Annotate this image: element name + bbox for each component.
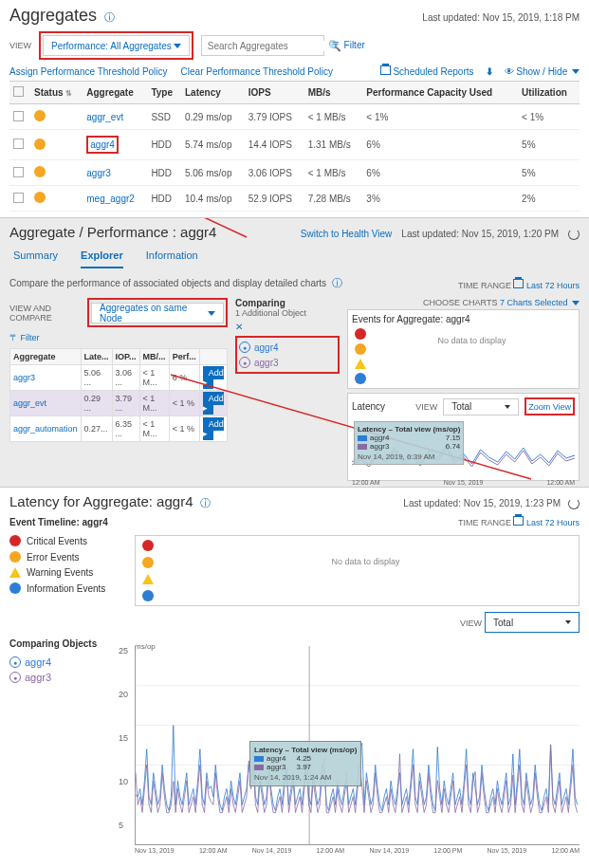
latency-big-chart[interactable]: ms/op 25 20 15 10 5 bbox=[135, 646, 580, 854]
time-range-dropdown[interactable]: Last 72 Hours bbox=[513, 281, 580, 290]
filter-button[interactable]: 〒 Filter bbox=[332, 39, 365, 52]
table-row[interactable]: meg_aggr2 HDD10.4 ms/op52.9 IOPS7.28 MB/… bbox=[9, 186, 580, 212]
status-icon bbox=[34, 192, 46, 203]
status-icon bbox=[34, 139, 46, 150]
column-header[interactable] bbox=[9, 82, 30, 104]
aggregate-link[interactable]: aggr4 bbox=[83, 130, 147, 160]
column-header[interactable]: Type bbox=[147, 82, 181, 104]
add-button[interactable]: Add ▸ bbox=[203, 392, 224, 415]
visibility-icon[interactable]: ● bbox=[239, 357, 250, 368]
add-button[interactable]: Add ▸ bbox=[203, 366, 224, 389]
row-checkbox[interactable] bbox=[13, 111, 24, 121]
table-row[interactable]: aggr35.06 ...3.06 ...< 1 M...6 %Add ▸ bbox=[10, 365, 228, 391]
chart-tooltip: Latency – Total view (ms/op) aggr44.25ag… bbox=[249, 741, 361, 786]
row-checkbox[interactable] bbox=[13, 167, 24, 177]
latency-view-dropdown[interactable]: Total bbox=[443, 398, 519, 416]
help-icon[interactable]: ⓘ bbox=[332, 277, 342, 288]
clear-policy-link[interactable]: Clear Performance Threshold Policy bbox=[181, 66, 333, 77]
column-header[interactable]: MB/s bbox=[304, 82, 363, 104]
comparing-item[interactable]: ●aggr4 bbox=[9, 655, 123, 670]
zoom-view-link[interactable]: Zoom View bbox=[528, 402, 571, 412]
compare-description: Compare the performance of associated ob… bbox=[9, 278, 326, 288]
comparing-panel: Comparing 1 Additional Object ✕ ●aggr4●a… bbox=[235, 298, 340, 374]
choose-charts-dropdown[interactable]: 7 Charts Selected bbox=[500, 298, 580, 307]
view-compare-dropdown[interactable]: Aggregates on same Node bbox=[91, 303, 224, 323]
row-checkbox[interactable] bbox=[13, 139, 24, 149]
table-row[interactable]: aggr_evt SSD0.29 ms/op3.79 IOPS< 1 MB/s<… bbox=[9, 104, 580, 130]
highlight-box: Zoom View bbox=[525, 397, 575, 416]
event-timeline: No data to display bbox=[135, 535, 580, 606]
visibility-icon[interactable]: ● bbox=[239, 342, 250, 353]
time-range-label: TIME RANGE bbox=[458, 518, 511, 527]
aggregate-link[interactable]: aggr_evt bbox=[10, 391, 82, 416]
time-range-label: TIME RANGE bbox=[458, 281, 511, 290]
status-icon bbox=[34, 166, 46, 177]
column-header[interactable]: Perf... bbox=[169, 349, 199, 365]
help-icon[interactable]: ⓘ bbox=[104, 11, 115, 23]
compare-table: AggregateLate...IOP...MB/...Perf... aggr… bbox=[9, 348, 228, 442]
view-label: VIEW bbox=[9, 41, 31, 50]
aggregate-link[interactable]: meg_aggr2 bbox=[83, 186, 147, 212]
table-row[interactable]: aggr_automation0.27...6.35 ...< 1 M...< … bbox=[10, 416, 228, 442]
assign-policy-link[interactable]: Assign Performance Threshold Policy bbox=[9, 66, 168, 77]
column-header[interactable]: Latency bbox=[181, 82, 245, 104]
column-header[interactable]: IOP... bbox=[112, 349, 139, 365]
comparing-item[interactable]: ●aggr4 bbox=[239, 340, 336, 355]
page-title: Aggregates ⓘ bbox=[9, 6, 115, 26]
latency-label: Latency bbox=[352, 401, 385, 412]
tab-information[interactable]: Information bbox=[146, 249, 198, 268]
scheduled-reports-link[interactable]: Scheduled Reports bbox=[380, 65, 474, 77]
comparing-item[interactable]: ●aggr3 bbox=[9, 670, 123, 685]
events-box: Events for Aggregate: aggr4 No data to d… bbox=[347, 309, 580, 389]
column-header[interactable]: Late... bbox=[81, 349, 112, 365]
table-row[interactable]: aggr_evt0.29 ...3.79 ...< 1 M...< 1 %Add… bbox=[10, 391, 228, 416]
column-header[interactable]: Performance Capacity Used bbox=[362, 82, 518, 104]
calendar-icon bbox=[380, 65, 391, 75]
table-row[interactable]: aggr3 HDD5.06 ms/op3.06 IOPS< 1 MB/s6%5% bbox=[9, 160, 580, 186]
no-data-text: No data to display bbox=[156, 540, 575, 601]
time-range-dropdown[interactable]: Last 72 Hours bbox=[513, 518, 580, 527]
comparing-item[interactable]: ●aggr3 bbox=[239, 355, 336, 370]
add-button[interactable]: Add ▸ bbox=[203, 417, 224, 440]
section-title: Latency for Aggregate: aggr4 ⓘ bbox=[9, 493, 211, 510]
aggregate-link[interactable]: aggr_evt bbox=[83, 104, 147, 130]
switch-health-link[interactable]: Switch to Health View bbox=[301, 229, 393, 239]
search-input[interactable]: 🔍 bbox=[201, 35, 324, 56]
comparing-subtitle: 1 Additional Object bbox=[235, 308, 340, 318]
visibility-icon[interactable]: ● bbox=[9, 656, 21, 668]
refresh-icon[interactable] bbox=[568, 229, 580, 240]
view-dropdown[interactable]: Total bbox=[485, 612, 580, 633]
aggregate-link[interactable]: aggr3 bbox=[83, 160, 147, 186]
column-header[interactable]: Aggregate bbox=[10, 349, 82, 365]
compare-panel: VIEW AND COMPARE Aggregates on same Node… bbox=[9, 298, 228, 442]
visibility-icon[interactable]: ● bbox=[9, 672, 21, 683]
column-header[interactable]: Utilization bbox=[518, 82, 580, 104]
column-header[interactable]: IOPS bbox=[245, 82, 304, 104]
section-title: Aggregate / Performance : aggr4 bbox=[9, 224, 216, 240]
aggregate-link[interactable]: aggr3 bbox=[10, 365, 82, 391]
column-header[interactable]: MB/... bbox=[139, 349, 169, 365]
select-all-checkbox[interactable] bbox=[13, 86, 24, 97]
tab-summary[interactable]: Summary bbox=[13, 249, 58, 268]
last-updated: Last updated: Nov 15, 2019, 1:20 PM bbox=[401, 229, 559, 239]
tab-explorer[interactable]: Explorer bbox=[81, 249, 123, 268]
latency-view-label: VIEW bbox=[415, 402, 437, 412]
column-header[interactable]: Aggregate bbox=[83, 82, 147, 104]
close-icon[interactable]: ✕ bbox=[235, 322, 340, 332]
help-icon[interactable]: ⓘ bbox=[200, 497, 211, 508]
table-row[interactable]: aggr4 HDD5.74 ms/op14.4 IOPS1.31 MB/s6%5… bbox=[9, 130, 580, 160]
column-header[interactable]: Status⇅ bbox=[30, 82, 83, 104]
filter-button[interactable]: 〒 Filter bbox=[9, 333, 40, 342]
refresh-icon[interactable] bbox=[568, 498, 580, 509]
legend-item: Information Events bbox=[9, 582, 123, 594]
aggregate-performance-section: Aggregate / Performance : aggr4 Switch t… bbox=[0, 218, 589, 488]
warning-icon bbox=[355, 359, 366, 369]
download-icon[interactable]: ⬇ bbox=[486, 66, 493, 77]
row-checkbox[interactable] bbox=[13, 193, 24, 203]
search-field[interactable] bbox=[208, 41, 328, 51]
event-timeline-title: Event Timeline: aggr4 bbox=[9, 517, 108, 527]
view-dropdown[interactable]: Performance: All Aggregates bbox=[43, 35, 190, 56]
show-hide-dropdown[interactable]: 👁 Show / Hide bbox=[505, 66, 580, 77]
aggregate-link[interactable]: aggr_automation bbox=[10, 416, 82, 442]
latency-mini-chart[interactable]: Latency – Total view (ms/op) aggr47.15ag… bbox=[352, 419, 575, 476]
